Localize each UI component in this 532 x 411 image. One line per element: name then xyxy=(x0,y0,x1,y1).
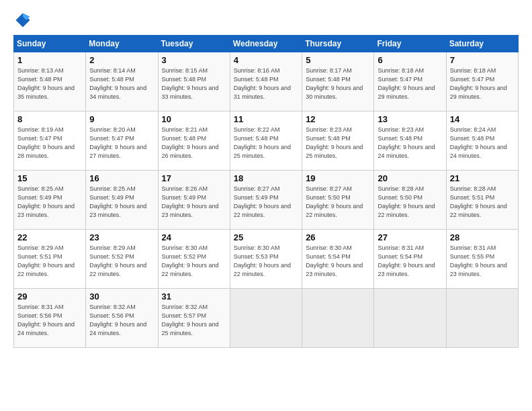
day-cell: 7Sunrise: 8:18 AM Sunset: 5:47 PM Daylig… xyxy=(446,52,518,111)
day-number: 26 xyxy=(306,232,370,242)
day-number: 3 xyxy=(162,55,226,65)
day-number: 25 xyxy=(234,232,298,242)
week-row-4: 22Sunrise: 8:29 AM Sunset: 5:51 PM Dayli… xyxy=(14,230,519,289)
week-row-1: 1Sunrise: 8:13 AM Sunset: 5:48 PM Daylig… xyxy=(14,52,519,111)
day-cell: 9Sunrise: 8:20 AM Sunset: 5:47 PM Daylig… xyxy=(86,111,158,171)
day-number: 17 xyxy=(162,173,226,183)
day-cell: 10Sunrise: 8:21 AM Sunset: 5:48 PM Dayli… xyxy=(158,111,230,171)
col-header-monday: Monday xyxy=(86,36,158,52)
day-info: Sunrise: 8:23 AM Sunset: 5:48 PM Dayligh… xyxy=(378,126,442,161)
day-info: Sunrise: 8:30 AM Sunset: 5:52 PM Dayligh… xyxy=(162,244,226,279)
day-number: 6 xyxy=(378,55,442,65)
day-info: Sunrise: 8:27 AM Sunset: 5:50 PM Dayligh… xyxy=(306,185,370,220)
day-cell: 11Sunrise: 8:22 AM Sunset: 5:48 PM Dayli… xyxy=(230,111,302,171)
col-header-wednesday: Wednesday xyxy=(230,36,302,52)
day-number: 5 xyxy=(306,55,370,65)
header-row: SundayMondayTuesdayWednesdayThursdayFrid… xyxy=(14,36,519,52)
day-info: Sunrise: 8:20 AM Sunset: 5:47 PM Dayligh… xyxy=(89,126,154,161)
day-info: Sunrise: 8:32 AM Sunset: 5:57 PM Dayligh… xyxy=(162,303,226,338)
col-header-tuesday: Tuesday xyxy=(158,36,230,52)
day-info: Sunrise: 8:18 AM Sunset: 5:47 PM Dayligh… xyxy=(450,66,515,101)
day-info: Sunrise: 8:13 AM Sunset: 5:48 PM Dayligh… xyxy=(17,66,82,101)
day-number: 23 xyxy=(89,232,154,242)
day-cell xyxy=(302,289,374,348)
day-cell: 31Sunrise: 8:32 AM Sunset: 5:57 PM Dayli… xyxy=(158,289,230,348)
day-info: Sunrise: 8:28 AM Sunset: 5:50 PM Dayligh… xyxy=(378,185,442,220)
day-cell: 29Sunrise: 8:31 AM Sunset: 5:56 PM Dayli… xyxy=(14,289,86,348)
day-info: Sunrise: 8:16 AM Sunset: 5:48 PM Dayligh… xyxy=(234,66,298,101)
day-number: 19 xyxy=(306,173,370,183)
day-number: 21 xyxy=(450,173,515,183)
day-info: Sunrise: 8:30 AM Sunset: 5:54 PM Dayligh… xyxy=(306,244,370,279)
day-number: 2 xyxy=(89,55,154,65)
day-cell: 30Sunrise: 8:32 AM Sunset: 5:56 PM Dayli… xyxy=(86,289,158,348)
day-number: 12 xyxy=(306,114,370,124)
day-cell xyxy=(374,289,446,348)
day-info: Sunrise: 8:27 AM Sunset: 5:49 PM Dayligh… xyxy=(234,185,298,220)
calendar-body: 1Sunrise: 8:13 AM Sunset: 5:48 PM Daylig… xyxy=(14,52,519,348)
day-number: 4 xyxy=(234,55,298,65)
day-number: 30 xyxy=(89,291,154,302)
day-number: 22 xyxy=(17,232,82,242)
day-info: Sunrise: 8:23 AM Sunset: 5:48 PM Dayligh… xyxy=(306,126,370,161)
day-info: Sunrise: 8:15 AM Sunset: 5:48 PM Dayligh… xyxy=(162,66,226,101)
day-number: 11 xyxy=(234,114,298,124)
day-cell: 27Sunrise: 8:31 AM Sunset: 5:54 PM Dayli… xyxy=(374,230,446,289)
day-cell: 2Sunrise: 8:14 AM Sunset: 5:48 PM Daylig… xyxy=(86,52,158,111)
day-number: 27 xyxy=(378,232,442,242)
day-info: Sunrise: 8:24 AM Sunset: 5:48 PM Dayligh… xyxy=(450,126,515,161)
day-number: 24 xyxy=(162,232,226,242)
day-cell: 25Sunrise: 8:30 AM Sunset: 5:53 PM Dayli… xyxy=(230,230,302,289)
day-number: 13 xyxy=(378,114,442,124)
day-number: 15 xyxy=(17,173,82,183)
day-cell: 20Sunrise: 8:28 AM Sunset: 5:50 PM Dayli… xyxy=(374,171,446,230)
calendar: SundayMondayTuesdayWednesdayThursdayFrid… xyxy=(13,35,519,348)
day-cell: 12Sunrise: 8:23 AM Sunset: 5:48 PM Dayli… xyxy=(302,111,374,171)
week-row-3: 15Sunrise: 8:25 AM Sunset: 5:49 PM Dayli… xyxy=(14,171,519,230)
week-row-5: 29Sunrise: 8:31 AM Sunset: 5:56 PM Dayli… xyxy=(14,289,519,348)
week-row-2: 8Sunrise: 8:19 AM Sunset: 5:47 PM Daylig… xyxy=(14,111,519,171)
logo xyxy=(13,11,35,30)
day-cell: 13Sunrise: 8:23 AM Sunset: 5:48 PM Dayli… xyxy=(374,111,446,171)
header xyxy=(13,11,519,30)
day-cell: 14Sunrise: 8:24 AM Sunset: 5:48 PM Dayli… xyxy=(446,111,518,171)
day-info: Sunrise: 8:30 AM Sunset: 5:53 PM Dayligh… xyxy=(234,244,298,279)
day-info: Sunrise: 8:25 AM Sunset: 5:49 PM Dayligh… xyxy=(17,185,82,220)
day-info: Sunrise: 8:19 AM Sunset: 5:47 PM Dayligh… xyxy=(17,126,82,161)
day-cell: 23Sunrise: 8:29 AM Sunset: 5:52 PM Dayli… xyxy=(86,230,158,289)
day-info: Sunrise: 8:21 AM Sunset: 5:48 PM Dayligh… xyxy=(162,126,226,161)
day-info: Sunrise: 8:29 AM Sunset: 5:51 PM Dayligh… xyxy=(17,244,82,279)
day-cell: 1Sunrise: 8:13 AM Sunset: 5:48 PM Daylig… xyxy=(14,52,86,111)
day-cell: 15Sunrise: 8:25 AM Sunset: 5:49 PM Dayli… xyxy=(14,171,86,230)
col-header-thursday: Thursday xyxy=(302,36,374,52)
day-info: Sunrise: 8:22 AM Sunset: 5:48 PM Dayligh… xyxy=(234,126,298,161)
day-info: Sunrise: 8:32 AM Sunset: 5:56 PM Dayligh… xyxy=(89,303,154,338)
day-number: 1 xyxy=(17,55,82,65)
day-cell xyxy=(446,289,518,348)
day-info: Sunrise: 8:26 AM Sunset: 5:49 PM Dayligh… xyxy=(162,185,226,220)
day-info: Sunrise: 8:29 AM Sunset: 5:52 PM Dayligh… xyxy=(89,244,154,279)
day-cell: 19Sunrise: 8:27 AM Sunset: 5:50 PM Dayli… xyxy=(302,171,374,230)
col-header-friday: Friday xyxy=(374,36,446,52)
day-cell: 22Sunrise: 8:29 AM Sunset: 5:51 PM Dayli… xyxy=(14,230,86,289)
day-cell: 4Sunrise: 8:16 AM Sunset: 5:48 PM Daylig… xyxy=(230,52,302,111)
day-info: Sunrise: 8:31 AM Sunset: 5:56 PM Dayligh… xyxy=(17,303,82,338)
day-cell: 21Sunrise: 8:28 AM Sunset: 5:51 PM Dayli… xyxy=(446,171,518,230)
day-cell xyxy=(230,289,302,348)
day-cell: 6Sunrise: 8:18 AM Sunset: 5:47 PM Daylig… xyxy=(374,52,446,111)
day-info: Sunrise: 8:31 AM Sunset: 5:55 PM Dayligh… xyxy=(450,244,515,279)
page: SundayMondayTuesdayWednesdayThursdayFrid… xyxy=(0,0,532,355)
col-header-sunday: Sunday xyxy=(14,36,86,52)
calendar-header: SundayMondayTuesdayWednesdayThursdayFrid… xyxy=(14,36,519,52)
day-cell: 16Sunrise: 8:25 AM Sunset: 5:49 PM Dayli… xyxy=(86,171,158,230)
logo-icon xyxy=(13,11,32,30)
day-info: Sunrise: 8:18 AM Sunset: 5:47 PM Dayligh… xyxy=(378,66,442,101)
day-number: 7 xyxy=(450,55,515,65)
day-cell: 3Sunrise: 8:15 AM Sunset: 5:48 PM Daylig… xyxy=(158,52,230,111)
day-number: 16 xyxy=(89,173,154,183)
day-cell: 5Sunrise: 8:17 AM Sunset: 5:48 PM Daylig… xyxy=(302,52,374,111)
day-number: 14 xyxy=(450,114,515,124)
day-cell: 8Sunrise: 8:19 AM Sunset: 5:47 PM Daylig… xyxy=(14,111,86,171)
day-number: 29 xyxy=(17,291,82,302)
day-cell: 18Sunrise: 8:27 AM Sunset: 5:49 PM Dayli… xyxy=(230,171,302,230)
